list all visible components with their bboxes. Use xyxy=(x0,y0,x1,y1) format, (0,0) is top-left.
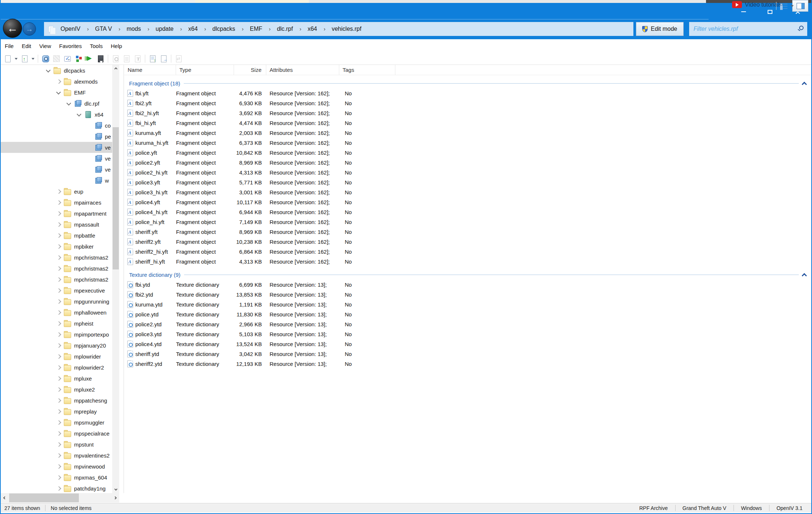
breadcrumb-item[interactable]: vehicles.rpf xyxy=(320,26,365,32)
tree-item[interactable]: eup xyxy=(1,186,112,197)
tree-expander-icon[interactable] xyxy=(54,386,63,393)
toolbar-search-archive-button[interactable] xyxy=(40,54,51,64)
tree-item[interactable]: mpspecialrace xyxy=(1,428,112,439)
toolbar-add-file-button[interactable] xyxy=(19,54,30,64)
file-row[interactable]: police4_hi.yft Fragment object 6,944 KB … xyxy=(124,207,811,217)
tree-item[interactable]: mpassault xyxy=(1,219,112,230)
tree-expander-icon[interactable] xyxy=(54,375,63,382)
file-row[interactable]: fbi2_hi.yft Fragment object 3,692 KB Res… xyxy=(124,108,811,118)
tree-expander-icon[interactable] xyxy=(54,485,63,492)
tree-expander-icon[interactable] xyxy=(85,155,94,162)
list-view-dropdown[interactable] xyxy=(789,1,795,11)
tree-item[interactable]: ve xyxy=(1,164,112,175)
tree-expander-icon[interactable] xyxy=(54,276,63,283)
file-row[interactable]: police_hi.yft Fragment object 7,149 KB R… xyxy=(124,217,811,227)
tree-item[interactable]: alexmods xyxy=(1,76,112,87)
tree-item[interactable]: mpairraces xyxy=(1,197,112,208)
file-row[interactable]: sheriff2_hi.yft Fragment object 6,864 KB… xyxy=(124,247,811,257)
toolbar-preview-button[interactable] xyxy=(110,54,121,64)
scroll-down-arrow[interactable] xyxy=(112,486,119,493)
vertical-scrollbar-thumb[interactable] xyxy=(113,127,119,269)
tree-item[interactable]: mppatchesng xyxy=(1,395,112,406)
toolbar-rebuild-button[interactable] xyxy=(51,54,62,64)
tree-item[interactable]: mpbattle xyxy=(1,230,112,241)
tree-item[interactable]: mplowrider xyxy=(1,351,112,362)
file-row[interactable]: sheriff2.ytd Texture dictionary 12,193 K… xyxy=(124,359,811,369)
tree-item[interactable]: co xyxy=(1,120,112,131)
tree-item[interactable]: mpvinewood xyxy=(1,461,112,472)
tree-item[interactable]: mpimportexpo xyxy=(1,329,112,340)
breadcrumb-item[interactable]: OpenIV xyxy=(57,26,84,32)
tree-expander-icon[interactable] xyxy=(54,188,63,195)
tree-expander-icon[interactable] xyxy=(54,254,63,261)
tree-item[interactable]: pe xyxy=(1,131,112,142)
tree-expander-icon[interactable] xyxy=(54,320,63,327)
tree-item[interactable]: dlc.rpf xyxy=(1,98,112,109)
column-header[interactable]: Size xyxy=(234,65,266,75)
back-button[interactable]: ← xyxy=(3,19,22,38)
horizontal-scrollbar-thumb[interactable] xyxy=(9,493,79,502)
breadcrumb-item[interactable]: x64 xyxy=(177,26,201,32)
file-row[interactable]: kuruma_hi.yft Fragment object 6,373 KB R… xyxy=(124,138,811,148)
tree-expander-icon[interactable] xyxy=(85,133,94,140)
tree-expander-icon[interactable] xyxy=(54,353,63,360)
toolbar-separator[interactable] xyxy=(36,54,40,64)
tree-expander-icon[interactable] xyxy=(54,408,63,415)
tree-expander-icon[interactable] xyxy=(54,364,63,371)
file-row[interactable]: sheriff2.yft Fragment object 10,238 KB R… xyxy=(124,237,811,247)
file-row[interactable]: fbi.ytd Texture dictionary 6,699 KB Reso… xyxy=(124,280,811,290)
tree-expander-icon[interactable] xyxy=(65,100,73,107)
breadcrumb-item[interactable]: GTA V xyxy=(84,26,115,32)
tree-item[interactable]: ve xyxy=(1,153,112,164)
tree-expander-icon[interactable] xyxy=(54,474,63,481)
toolbar-add-file-dropdown[interactable] xyxy=(30,54,36,64)
toolbar-separator[interactable] xyxy=(106,54,110,64)
tree-expander-icon[interactable] xyxy=(54,243,63,250)
menu-item[interactable]: Tools xyxy=(86,43,107,49)
tree-item[interactable]: patchday1ng xyxy=(1,483,112,493)
tree-item[interactable]: mpluxe2 xyxy=(1,384,112,395)
menu-item[interactable]: Help xyxy=(107,43,126,49)
tree-item[interactable]: mpexecutive xyxy=(1,285,112,296)
toolbar-import-button[interactable] xyxy=(158,54,169,64)
forward-button[interactable]: → xyxy=(23,22,36,36)
breadcrumb-item[interactable]: EMF xyxy=(238,26,266,32)
scroll-right-arrow[interactable] xyxy=(112,493,119,503)
file-row[interactable]: police.ytd Texture dictionary 11,830 KB … xyxy=(124,309,811,319)
file-row[interactable]: fbi2.ytd Texture dictionary 13,853 KB Re… xyxy=(124,290,811,300)
tree-expander-icon[interactable] xyxy=(54,331,63,338)
file-row[interactable]: police2_hi.yft Fragment object 4,313 KB … xyxy=(124,168,811,177)
tree-expander-icon[interactable] xyxy=(54,452,63,459)
toolbar-run-button[interactable] xyxy=(84,54,95,64)
file-row[interactable]: fbi_hi.yft Fragment object 4,474 KB Reso… xyxy=(124,118,811,128)
breadcrumb-item[interactable]: update xyxy=(144,26,177,32)
tree-item[interactable]: mpxmas_604 xyxy=(1,472,112,483)
tree-item[interactable]: mphalloween xyxy=(1,307,112,318)
tree-expander-icon[interactable] xyxy=(54,463,63,470)
tree-expander-icon[interactable] xyxy=(85,144,94,151)
scroll-left-arrow[interactable] xyxy=(1,493,8,503)
collapse-group-icon[interactable] xyxy=(802,273,807,278)
tree-item[interactable]: mpbiker xyxy=(1,241,112,252)
menu-item[interactable]: Favorites xyxy=(55,43,86,49)
column-header[interactable]: Type xyxy=(176,65,234,75)
tree-item[interactable]: mpjanuary20 xyxy=(1,340,112,351)
file-row[interactable]: police4.yft Fragment object 10,117 KB Re… xyxy=(124,197,811,207)
filter-input[interactable] xyxy=(689,22,807,36)
file-row[interactable]: sheriff_hi.yft Fragment object 4,313 KB … xyxy=(124,257,811,267)
file-row[interactable]: kuruma.yft Fragment object 2,003 KB Reso… xyxy=(124,128,811,138)
tree-item[interactable]: mpvalentines2 xyxy=(1,450,112,461)
file-row[interactable]: police.yft Fragment object 10,842 KB Res… xyxy=(124,148,811,158)
toolbar-color-settings-button[interactable] xyxy=(73,54,84,64)
tree-item[interactable]: EMF xyxy=(1,87,112,98)
file-row[interactable]: fbi.yft Fragment object 4,476 KB Resourc… xyxy=(124,88,811,98)
tree-expander-icon[interactable] xyxy=(54,430,63,437)
tree-expander-icon[interactable] xyxy=(54,419,63,426)
tree-expander-icon[interactable] xyxy=(54,199,63,206)
file-row[interactable]: police2.yft Fragment object 8,969 KB Res… xyxy=(124,158,811,168)
file-row[interactable]: sheriff.ytd Texture dictionary 3,042 KB … xyxy=(124,349,811,359)
file-row[interactable]: kuruma.ytd Texture dictionary 1,191 KB R… xyxy=(124,300,811,309)
tree-item[interactable]: mpchristmas2 xyxy=(1,252,112,263)
toolbar-separator[interactable] xyxy=(169,54,173,64)
tree-item[interactable]: mpchristmas2 xyxy=(1,274,112,285)
